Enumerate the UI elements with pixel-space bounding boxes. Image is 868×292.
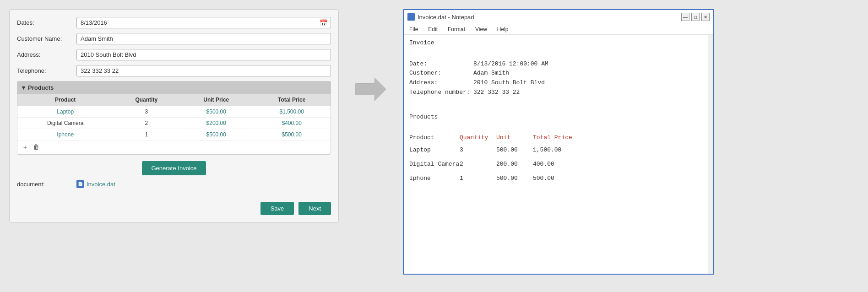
arrow-container (353, 9, 389, 101)
dates-row: Dates: 📅 (17, 17, 331, 28)
titlebar-controls: — □ ✕ (681, 13, 710, 21)
notepad-prod-unit: 500.00 (496, 146, 533, 155)
product-name[interactable]: Laptop (17, 106, 113, 118)
telephone-line: Telephone number: 322 332 33 22 (409, 88, 702, 97)
col-product: Product (17, 94, 113, 106)
notepad-menubar: File Edit Format View Help (404, 24, 713, 35)
customer-name-input[interactable] (76, 33, 331, 44)
titlebar-left: Invoice.dat - Notepad (407, 13, 474, 21)
products-section: ▾ Products Product Quantity Unit Price T… (17, 81, 331, 155)
notepad-prod-name: Laptop (409, 146, 460, 155)
address-val: 2010 South Bolt Blvd (473, 78, 545, 88)
menu-format[interactable]: Format (446, 25, 467, 33)
notepad-prod-name: Iphone (409, 174, 460, 184)
menu-edit[interactable]: Edit (426, 25, 439, 33)
document-row: document: 📄 Invoice.dat (17, 180, 331, 188)
notepad-title: Invoice.dat - Notepad (418, 14, 474, 21)
telephone-input[interactable] (76, 65, 331, 76)
address-row: Address: (17, 49, 331, 60)
telephone-val: 322 332 33 22 (473, 88, 520, 97)
prod-col-unit: Unit (496, 133, 533, 143)
col-quantity: Quantity (113, 94, 179, 106)
invoice-heading: Invoice (409, 38, 702, 48)
customer-name-input-wrapper (76, 33, 331, 44)
notepad-prod-name: Digital Camera (409, 160, 460, 169)
address-key: Address: (409, 78, 473, 88)
svg-marker-0 (356, 78, 386, 101)
table-row: Digital Camera 2 $200.00 $400.00 (17, 118, 331, 129)
prod-col-product: Product (409, 133, 460, 143)
maximize-button[interactable]: □ (691, 13, 700, 21)
table-row: Iphone 1 $500.00 $500.00 (17, 129, 331, 141)
notepad-prod-qty: 2 (460, 160, 496, 169)
bottom-bar: Save Next (17, 202, 331, 215)
calendar-icon[interactable]: 📅 (320, 19, 327, 27)
table-actions: ＋ 🗑 (17, 141, 331, 154)
generate-invoice-button[interactable]: Generate Invoice (142, 161, 206, 175)
product-unit-price: $500.00 (179, 106, 253, 118)
document-filename: Invoice.dat (87, 181, 115, 188)
telephone-key: Telephone number: (409, 88, 473, 97)
next-button[interactable]: Next (298, 202, 331, 215)
products-table: Product Quantity Unit Price Total Price … (17, 94, 331, 141)
menu-help[interactable]: Help (495, 25, 510, 33)
address-line: Address: 2010 South Bolt Blvd (409, 78, 702, 88)
dates-label: Dates: (17, 19, 76, 26)
document-label: document: (17, 181, 76, 188)
products-heading: Products (409, 113, 702, 122)
close-button[interactable]: ✕ (701, 13, 710, 21)
scrollbar[interactable] (708, 35, 713, 274)
address-input-wrapper (76, 49, 331, 60)
prod-col-total: Total Price (533, 133, 572, 143)
product-total-price: $500.00 (253, 129, 331, 141)
save-button[interactable]: Save (260, 202, 294, 215)
notepad-prod-qty: 1 (460, 174, 496, 184)
menu-file[interactable]: File (407, 25, 420, 33)
address-input[interactable] (76, 49, 331, 60)
right-arrow-icon (355, 78, 387, 101)
notepad-prod-qty: 3 (460, 146, 496, 155)
products-header-label: Products (28, 84, 54, 91)
add-row-icon[interactable]: ＋ (22, 143, 28, 151)
prod-col-quantity: Quantity (460, 133, 496, 143)
notepad-prod-total: 500.00 (533, 174, 554, 184)
notepad-product-row: Laptop 3 500.00 1,500.00 (409, 146, 702, 155)
telephone-input-wrapper (76, 65, 331, 76)
notepad-prod-total: 400.00 (533, 160, 554, 169)
notepad-titlebar: Invoice.dat - Notepad — □ ✕ (404, 10, 713, 24)
notepad-content: Invoice Date: 8/13/2016 12:00:00 AM Cust… (404, 35, 708, 274)
minimize-button[interactable]: — (681, 13, 689, 21)
notepad-product-row: Iphone 1 500.00 500.00 (409, 174, 702, 184)
generate-section: Generate Invoice (17, 161, 331, 175)
customer-name-label: Customer Name: (17, 35, 76, 42)
invoice-info-block: Date: 8/13/2016 12:00:00 AM Customer: Ad… (409, 59, 702, 97)
product-unit-price: $200.00 (179, 118, 253, 129)
document-file-link[interactable]: 📄 Invoice.dat (76, 180, 115, 188)
customer-key: Customer: (409, 69, 473, 78)
col-total-price: Total Price (253, 94, 331, 106)
notepad-prod-unit: 500.00 (496, 174, 533, 184)
product-name[interactable]: Iphone (17, 129, 113, 141)
product-unit-price: $500.00 (179, 129, 253, 141)
products-col-header: Product Quantity Unit Total Price (409, 133, 702, 143)
notepad-app-icon (407, 13, 415, 21)
col-unit-price: Unit Price (179, 94, 253, 106)
products-header: ▾ Products (17, 81, 331, 94)
menu-view[interactable]: View (473, 25, 489, 33)
notepad-products-list: Laptop 3 500.00 1,500.00 Digital Camera … (409, 146, 702, 183)
dates-input-wrapper: 📅 (76, 17, 331, 28)
dates-input[interactable] (76, 17, 331, 28)
product-quantity: 3 (113, 106, 179, 118)
product-name: Digital Camera (17, 118, 113, 129)
product-total-price: $400.00 (253, 118, 331, 129)
table-row: Laptop 3 $500.00 $1,500.00 (17, 106, 331, 118)
telephone-label: Telephone: (17, 67, 76, 74)
date-line: Date: 8/13/2016 12:00:00 AM (409, 59, 702, 69)
notepad-prod-unit: 200.00 (496, 160, 533, 169)
form-panel: Dates: 📅 Customer Name: Address: Telepho… (9, 9, 339, 223)
delete-row-icon[interactable]: 🗑 (33, 143, 39, 151)
address-label: Address: (17, 51, 76, 58)
collapse-icon[interactable]: ▾ (22, 84, 25, 91)
customer-val: Adam Smith (473, 69, 509, 78)
product-quantity: 1 (113, 129, 179, 141)
